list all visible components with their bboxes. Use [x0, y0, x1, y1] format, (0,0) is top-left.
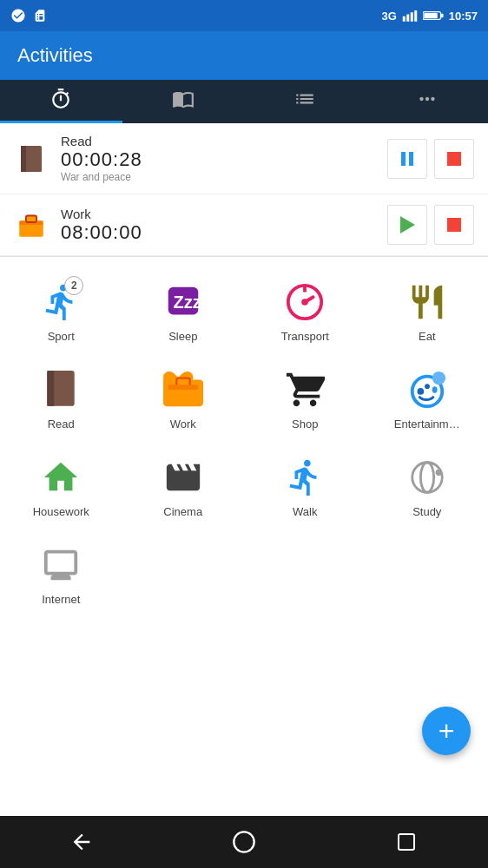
work-icon: [14, 207, 49, 242]
svg-point-28: [420, 463, 433, 493]
more-icon: [416, 88, 439, 115]
app-bar: Activities: [0, 31, 488, 80]
tab-timer[interactable]: [0, 80, 122, 123]
activities-grid-section: 2 Sport Zzz Sleep: [0, 257, 488, 816]
add-activity-button[interactable]: +: [422, 707, 471, 755]
tab-more[interactable]: [366, 80, 489, 123]
entertainment-label: Entertainm…: [394, 418, 460, 431]
grid-item-cinema[interactable]: Cinema: [122, 441, 245, 529]
grid-item-work[interactable]: Work: [122, 353, 245, 441]
svg-text:Zzz: Zzz: [173, 293, 201, 312]
grid-item-eat[interactable]: Eat: [366, 266, 489, 353]
list-icon: [293, 88, 316, 115]
activities-grid: 2 Sport Zzz Sleep: [0, 266, 488, 616]
grid-item-read[interactable]: Read: [0, 353, 122, 441]
content-wrapper: Read 00:00:28 War and peace: [0, 123, 488, 816]
read-grid-icon: [38, 367, 83, 412]
grid-item-housework[interactable]: Housework: [0, 441, 122, 529]
work-label: Work: [170, 418, 196, 431]
svg-rect-21: [48, 371, 55, 406]
tab-list[interactable]: [244, 80, 366, 123]
back-button[interactable]: [64, 825, 99, 859]
stop-icon: [447, 152, 461, 166]
svg-point-24: [432, 372, 445, 385]
walk-label: Walk: [293, 505, 317, 518]
read-name: Read: [61, 134, 375, 148]
plus-icon: +: [439, 715, 455, 747]
grid-item-entertainment[interactable]: Entertainm…: [366, 353, 489, 441]
internet-label: Internet: [42, 593, 80, 606]
bottom-nav: [0, 816, 488, 868]
work-stop-button[interactable]: [434, 205, 474, 245]
svg-line-19: [305, 297, 313, 302]
tab-book[interactable]: [122, 80, 245, 123]
activity-row-read: Read 00:00:28 War and peace: [0, 123, 488, 194]
housework-label: Housework: [33, 505, 89, 518]
read-controls: [387, 139, 474, 179]
read-sub: War and peace: [61, 171, 375, 183]
tab-bar: [0, 80, 488, 123]
grid-item-sport[interactable]: 2 Sport: [0, 266, 122, 353]
time-label: 10:57: [449, 10, 478, 23]
svg-rect-5: [441, 14, 444, 17]
active-activities: Read 00:00:28 War and peace: [0, 123, 488, 257]
work-grid-icon: [161, 367, 206, 412]
transport-icon: [282, 279, 327, 325]
svg-point-26: [425, 384, 430, 389]
svg-rect-31: [399, 834, 414, 850]
svg-rect-13: [26, 216, 36, 223]
internet-icon: [38, 542, 83, 588]
work-time: 08:00:00: [61, 221, 375, 244]
svg-rect-2: [411, 12, 413, 22]
status-bar-left: [10, 8, 47, 23]
home-button[interactable]: [227, 825, 261, 859]
work-controls: [387, 205, 474, 245]
walk-icon: [282, 455, 327, 500]
read-pause-button[interactable]: [387, 139, 427, 179]
pause-icon: [401, 152, 413, 166]
recent-button[interactable]: [389, 825, 424, 859]
read-label: Read: [48, 418, 75, 431]
read-stop-button[interactable]: [434, 139, 474, 179]
grid-item-walk[interactable]: Walk: [244, 441, 366, 529]
grid-item-sleep[interactable]: Zzz Sleep: [122, 266, 245, 353]
timer-icon: [49, 88, 72, 115]
book-icon: [172, 88, 195, 115]
signal-icon: [402, 10, 418, 22]
sleep-icon: Zzz: [161, 279, 206, 325]
grid-item-study[interactable]: Study: [366, 441, 489, 529]
grid-item-internet[interactable]: Internet: [0, 529, 122, 616]
work-info: Work 08:00:00: [61, 207, 375, 244]
work-name: Work: [61, 207, 375, 221]
svg-point-30: [234, 832, 254, 852]
stop-icon: [447, 218, 461, 232]
eat-label: Eat: [419, 330, 436, 343]
status-bar-right: 3G 10:57: [381, 10, 478, 23]
sim-icon: [33, 9, 47, 23]
entertainment-icon: [405, 367, 450, 412]
grid-item-shop[interactable]: Shop: [244, 353, 366, 441]
sleep-label: Sleep: [168, 330, 197, 343]
read-info: Read 00:00:28 War and peace: [61, 134, 375, 183]
app-title: Activities: [17, 44, 93, 67]
work-play-button[interactable]: [387, 205, 427, 245]
check-circle-icon: [10, 8, 26, 23]
eat-icon: [405, 279, 450, 325]
cinema-icon: [161, 455, 206, 500]
svg-rect-8: [21, 146, 26, 172]
svg-rect-0: [403, 16, 406, 22]
housework-icon: [38, 455, 83, 500]
transport-label: Transport: [281, 330, 329, 343]
grid-item-transport[interactable]: Transport: [244, 266, 366, 353]
status-bar: 3G 10:57: [0, 0, 488, 31]
shop-label: Shop: [292, 418, 318, 431]
svg-rect-6: [424, 13, 437, 18]
study-icon: [405, 455, 450, 500]
sport-label: Sport: [48, 330, 75, 343]
svg-rect-1: [406, 15, 409, 22]
battery-icon: [423, 10, 444, 22]
svg-point-25: [417, 388, 424, 395]
study-label: Study: [412, 505, 441, 518]
activity-row-work: Work 08:00:00: [0, 194, 488, 256]
read-icon: [14, 141, 49, 176]
